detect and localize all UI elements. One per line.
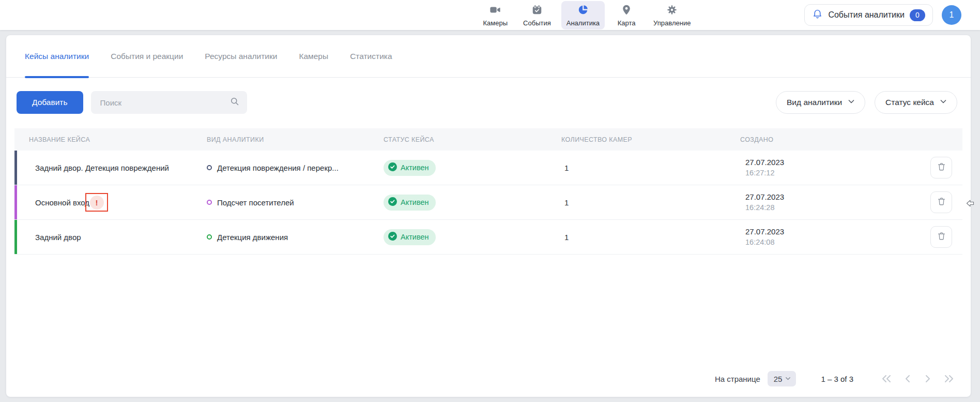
analytics-type-icon (207, 234, 212, 240)
analytics-type-cell: Детекция повреждения / перекр... (203, 163, 379, 172)
trash-icon (937, 162, 946, 173)
status-badge: Активен (384, 195, 436, 211)
status-label: Активен (401, 233, 429, 241)
avatar[interactable]: 1 (942, 5, 961, 25)
per-page-select[interactable]: 25 (768, 371, 797, 386)
table-row[interactable]: Задний двор. Детекция повреждений Детекц… (14, 151, 962, 185)
nav-item-management[interactable]: Управление (648, 1, 696, 29)
created-cell: 27.07.2023 16:24:08 (736, 227, 916, 247)
per-page-label: На странице (715, 375, 760, 383)
row-actions (916, 157, 962, 178)
analytics-page-card: Кейсы аналитики События и реакции Ресурс… (6, 35, 971, 397)
row-accent-bar (14, 185, 17, 219)
filter-analytics-type[interactable]: Вид аналитики (776, 91, 865, 114)
nav-label: Управление (653, 19, 691, 27)
status-label: Активен (401, 198, 429, 206)
alert-icon: ! (90, 196, 104, 210)
analytics-type-icon (207, 165, 212, 170)
events-count-badge: 0 (910, 9, 925, 21)
map-pin-icon (621, 4, 632, 18)
status-label: Активен (401, 163, 429, 172)
analytics-type-cell: Подсчет посетителей (203, 198, 379, 207)
pager-controls (880, 374, 955, 384)
per-page-value: 25 (774, 375, 783, 383)
row-accent-bar (14, 151, 17, 185)
chevron-down-icon (785, 375, 791, 383)
camera-count: 1 (557, 163, 736, 172)
analytics-type-label: Подсчет посетителей (217, 198, 294, 207)
table-empty-space (6, 255, 971, 368)
camera-count: 1 (557, 198, 736, 207)
tab-analytics-cases[interactable]: Кейсы аналитики (25, 35, 89, 77)
chevron-down-icon (939, 97, 947, 108)
calendar-icon (531, 4, 543, 18)
analytics-type-label: Детекция повреждения / перекр... (217, 163, 339, 172)
filter-label: Вид аналитики (787, 98, 842, 107)
nav-item-map[interactable]: Карта (610, 1, 643, 29)
previous-page-button[interactable] (902, 374, 913, 384)
trash-icon (937, 197, 946, 208)
delete-case-button[interactable] (930, 226, 952, 248)
bell-icon (812, 9, 823, 22)
case-name: Задний двор. Детекция повреждений (14, 163, 203, 172)
created-time: 16:24:28 (745, 202, 916, 213)
created-time: 16:27:12 (745, 168, 916, 178)
first-page-button[interactable] (880, 374, 893, 384)
created-cell: 27.07.2023 16:27:12 (736, 157, 916, 178)
table-row[interactable]: Задний двор Детекция движения Активен 1 … (14, 220, 962, 255)
nav-item-analytics[interactable]: Аналитика (561, 1, 605, 29)
toolbar: Добавить Вид аналитики Статус кейса (17, 91, 957, 114)
last-page-button[interactable] (943, 374, 955, 384)
column-header-created: СОЗДАНО (736, 136, 916, 143)
gear-icon (666, 4, 678, 18)
chevron-down-icon (847, 97, 855, 108)
nav-label: Карта (618, 19, 636, 27)
camera-count: 1 (557, 233, 736, 242)
case-status-cell: Активен (379, 195, 557, 211)
case-name: Задний двор (14, 233, 203, 242)
check-icon (388, 232, 397, 242)
delete-case-button[interactable] (930, 191, 952, 213)
top-header: Камеры События Аналитика (0, 0, 980, 30)
camera-icon (489, 4, 501, 18)
check-icon (388, 162, 397, 173)
status-badge: Активен (384, 160, 436, 176)
analytics-events-button[interactable]: События аналитики 0 (804, 4, 933, 26)
nav-label: События (523, 19, 551, 27)
case-name: Основной вход (35, 198, 89, 207)
next-page-button[interactable] (923, 374, 933, 384)
filter-case-status[interactable]: Статус кейса (875, 91, 957, 114)
trash-icon (937, 231, 946, 243)
row-actions (916, 191, 962, 213)
pagination-range: 1 – 3 of 3 (821, 375, 853, 383)
row-accent-bar (14, 220, 17, 254)
add-case-button[interactable]: Добавить (17, 91, 83, 114)
search-icon[interactable] (229, 96, 240, 109)
analytics-type-icon (207, 200, 212, 205)
nav-item-events[interactable]: События (518, 1, 556, 29)
nav-item-cameras[interactable]: Камеры (478, 1, 513, 29)
filter-label: Статус кейса (885, 98, 934, 107)
tab-analytics-resources[interactable]: Ресурсы аналитики (205, 35, 277, 77)
search-input[interactable] (100, 98, 229, 107)
topbar-right: События аналитики 0 1 (804, 4, 961, 26)
nav-label: Камеры (483, 19, 508, 27)
created-date: 27.07.2023 (745, 157, 916, 168)
pie-chart-icon (577, 4, 589, 18)
nav-label: Аналитика (566, 19, 600, 27)
column-header-case-name: НАЗВАНИЕ КЕЙСА (14, 136, 203, 143)
tab-events-reactions[interactable]: События и реакции (111, 35, 183, 77)
page-tabs: Кейсы аналитики События и реакции Ресурс… (6, 35, 971, 78)
check-icon (388, 197, 397, 207)
events-button-label: События аналитики (828, 10, 905, 20)
column-header-camera-count: КОЛИЧЕСТВО КАМЕР (557, 136, 736, 143)
created-date: 27.07.2023 (745, 227, 916, 237)
status-badge: Активен (384, 229, 436, 245)
column-header-analytics-type: ВИД АНАЛИТИКИ (203, 136, 379, 143)
tab-statistics[interactable]: Статистика (350, 35, 392, 77)
created-time: 16:24:08 (745, 237, 916, 247)
alert-annotation-box: ! (85, 193, 108, 212)
table-row[interactable]: Основной вход ! Подсчет посетителей Акти… (14, 185, 962, 220)
delete-case-button[interactable] (930, 157, 952, 178)
tab-cameras[interactable]: Камеры (299, 35, 328, 77)
